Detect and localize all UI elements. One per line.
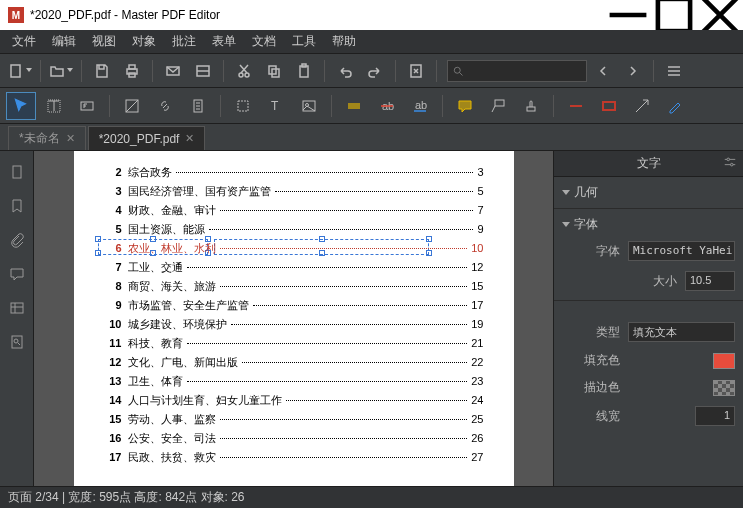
toc-row[interactable]: 11科技、教育21 bbox=[104, 336, 484, 351]
line-tool[interactable] bbox=[561, 92, 591, 120]
comments-icon[interactable] bbox=[4, 261, 30, 287]
layers-icon[interactable] bbox=[4, 295, 30, 321]
arrow-tool[interactable] bbox=[627, 92, 657, 120]
toc-row[interactable]: 8商贸、海关、旅游15 bbox=[104, 279, 484, 294]
geometry-section[interactable]: 几何 bbox=[562, 181, 735, 204]
undo-button[interactable] bbox=[331, 57, 359, 85]
note-tool[interactable] bbox=[450, 92, 480, 120]
minimize-button[interactable] bbox=[605, 0, 651, 30]
toc-row[interactable]: 9市场监管、安全生产监管17 bbox=[104, 298, 484, 313]
toc-row[interactable]: 13卫生、体育23 bbox=[104, 374, 484, 389]
link-tool[interactable] bbox=[150, 92, 180, 120]
toc-row[interactable]: 2综合政务3 bbox=[104, 165, 484, 180]
maximize-button[interactable] bbox=[651, 0, 697, 30]
thumbnails-icon[interactable] bbox=[4, 159, 30, 185]
search-prev-button[interactable] bbox=[589, 57, 617, 85]
text-box-tool[interactable]: T bbox=[261, 92, 291, 120]
edit-text-tool[interactable] bbox=[72, 92, 102, 120]
size-value[interactable]: 10.5 bbox=[685, 271, 735, 291]
menu-对象[interactable]: 对象 bbox=[124, 30, 164, 53]
svg-rect-7 bbox=[129, 73, 135, 77]
panel-settings-icon[interactable] bbox=[723, 155, 737, 172]
stroke-swatch[interactable] bbox=[713, 380, 735, 396]
menu-表单[interactable]: 表单 bbox=[204, 30, 244, 53]
search-panel-icon[interactable] bbox=[4, 329, 30, 355]
toc-row[interactable]: 5国土资源、能源9 bbox=[104, 222, 484, 237]
print-button[interactable] bbox=[118, 57, 146, 85]
document-view[interactable]: 2综合政务33国民经济管理、国有资产监管54财政、金融、审计75国土资源、能源9… bbox=[34, 151, 553, 486]
close-icon[interactable]: ✕ bbox=[185, 132, 194, 145]
fill-swatch[interactable] bbox=[713, 353, 735, 369]
svg-text:ab: ab bbox=[415, 99, 427, 111]
properties-panel: 文字 几何 字体 字体 Microsoft YaHei 大小 10.5 类型 填… bbox=[553, 151, 743, 486]
toc-row[interactable]: 6农业、林业、水利10 bbox=[104, 241, 484, 256]
type-label: 类型 bbox=[576, 324, 620, 341]
toc-row[interactable]: 16公安、安全、司法26 bbox=[104, 431, 484, 446]
open-file-button[interactable] bbox=[47, 57, 75, 85]
scan-button[interactable] bbox=[189, 57, 217, 85]
bookmarks-icon[interactable] bbox=[4, 193, 30, 219]
toc-text: 财政、金融、审计 bbox=[128, 203, 216, 218]
svg-rect-1 bbox=[658, 0, 690, 31]
svg-rect-28 bbox=[348, 103, 360, 109]
edit-doc-tool[interactable] bbox=[183, 92, 213, 120]
toc-page: 19 bbox=[471, 318, 483, 330]
font-value[interactable]: Microsoft YaHei bbox=[628, 241, 735, 261]
highlight-tool[interactable] bbox=[339, 92, 369, 120]
cut-button[interactable] bbox=[230, 57, 258, 85]
stamp-tool[interactable] bbox=[516, 92, 546, 120]
select-tool[interactable] bbox=[6, 92, 36, 120]
toc-row[interactable]: 12文化、广电、新闻出版22 bbox=[104, 355, 484, 370]
tab[interactable]: *未命名✕ bbox=[8, 126, 86, 150]
toc-row[interactable]: 10城乡建设、环境保护19 bbox=[104, 317, 484, 332]
paste-button[interactable] bbox=[290, 57, 318, 85]
rect-tool[interactable] bbox=[594, 92, 624, 120]
menu-工具[interactable]: 工具 bbox=[284, 30, 324, 53]
fit-page-button[interactable] bbox=[402, 57, 430, 85]
toc-text: 国民经济管理、国有资产监管 bbox=[128, 184, 271, 199]
menu-视图[interactable]: 视图 bbox=[84, 30, 124, 53]
search-next-button[interactable] bbox=[619, 57, 647, 85]
crop-tool[interactable] bbox=[228, 92, 258, 120]
toc-num: 12 bbox=[104, 356, 122, 368]
tab-label: *未命名 bbox=[19, 130, 60, 147]
edit-form-tool[interactable] bbox=[117, 92, 147, 120]
toc-row[interactable]: 17民政、扶贫、救灾27 bbox=[104, 450, 484, 465]
pencil-tool[interactable] bbox=[660, 92, 690, 120]
redo-button[interactable] bbox=[361, 57, 389, 85]
menu-文件[interactable]: 文件 bbox=[4, 30, 44, 53]
left-sidebar bbox=[0, 151, 34, 486]
attachments-icon[interactable] bbox=[4, 227, 30, 253]
underline-tool[interactable]: ab bbox=[405, 92, 435, 120]
close-icon[interactable]: ✕ bbox=[66, 132, 75, 145]
font-section[interactable]: 字体 bbox=[562, 213, 735, 236]
save-button[interactable] bbox=[88, 57, 116, 85]
copy-button[interactable] bbox=[260, 57, 288, 85]
toc-num: 4 bbox=[104, 204, 122, 216]
menu-文档[interactable]: 文档 bbox=[244, 30, 284, 53]
toc-num: 15 bbox=[104, 413, 122, 425]
size-label: 大小 bbox=[633, 273, 677, 290]
type-value[interactable]: 填充文本 bbox=[628, 322, 735, 342]
toc-row[interactable]: 7工业、交通12 bbox=[104, 260, 484, 275]
search-input[interactable] bbox=[447, 60, 587, 82]
linewidth-value[interactable]: 1 bbox=[695, 406, 735, 426]
close-button[interactable] bbox=[697, 0, 743, 30]
menu-批注[interactable]: 批注 bbox=[164, 30, 204, 53]
toc-row[interactable]: 14人口与计划生育、妇女儿童工作24 bbox=[104, 393, 484, 408]
settings-icon[interactable] bbox=[660, 57, 688, 85]
menu-帮助[interactable]: 帮助 bbox=[324, 30, 364, 53]
menu-编辑[interactable]: 编辑 bbox=[44, 30, 84, 53]
strikeout-tool[interactable]: ab bbox=[372, 92, 402, 120]
toc-row[interactable]: 15劳动、人事、监察25 bbox=[104, 412, 484, 427]
new-file-button[interactable] bbox=[6, 57, 34, 85]
svg-rect-38 bbox=[11, 303, 23, 313]
image-tool[interactable] bbox=[294, 92, 324, 120]
toc-row[interactable]: 4财政、金融、审计7 bbox=[104, 203, 484, 218]
text-select-tool[interactable] bbox=[39, 92, 69, 120]
email-button[interactable] bbox=[159, 57, 187, 85]
tab[interactable]: *2020_PDF.pdf✕ bbox=[88, 126, 206, 150]
toc-row[interactable]: 3国民经济管理、国有资产监管5 bbox=[104, 184, 484, 199]
callout-tool[interactable] bbox=[483, 92, 513, 120]
main-toolbar bbox=[0, 54, 743, 88]
